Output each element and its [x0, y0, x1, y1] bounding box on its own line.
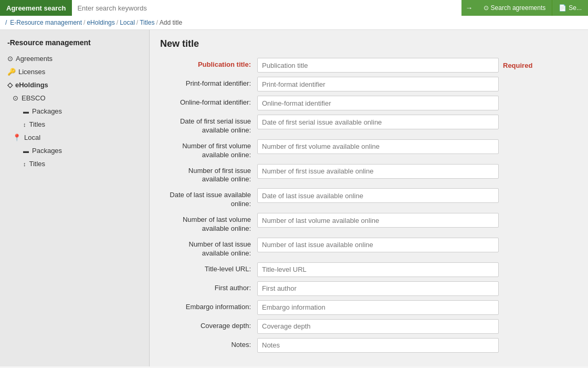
- input-wrap-publication-title: Required: [257, 58, 578, 73]
- input-wrap-first-issue: [257, 164, 578, 179]
- label-embargo: Embargo information:: [160, 300, 257, 312]
- page-title: New title: [160, 38, 578, 49]
- input-first-issue[interactable]: [257, 164, 499, 179]
- input-last-issue[interactable]: [257, 238, 499, 252]
- input-first-volume[interactable]: [257, 139, 499, 154]
- search-agreements-button[interactable]: ⊙ Search agreements: [477, 0, 552, 16]
- sidebar-item-ebsco-packages[interactable]: ▬ Packages: [0, 105, 149, 118]
- field-row-title-url: Title-level URL:: [160, 262, 578, 277]
- label-title-url: Title-level URL:: [160, 262, 257, 274]
- sidebar-item-local-titles[interactable]: ↕ Titles: [0, 157, 149, 170]
- breadcrumb-titles[interactable]: Titles: [140, 19, 154, 26]
- sidebar-title: -Resource management: [0, 35, 149, 52]
- form-container: Publication title: Required Print-format…: [160, 58, 578, 353]
- input-wrap-last-volume: [257, 213, 578, 228]
- field-row-notes: Notes:: [160, 338, 578, 353]
- input-embargo[interactable]: [257, 300, 499, 315]
- input-first-author[interactable]: [257, 281, 499, 296]
- label-notes: Notes:: [160, 338, 257, 350]
- label-date-first-serial: Date of first serial issue available onl…: [160, 115, 257, 135]
- content-area: New title Publication title: Required Pr…: [150, 30, 588, 366]
- main-layout: -Resource management ⊙ Agreements 🔑 Lice…: [0, 30, 588, 366]
- input-title-url[interactable]: [257, 262, 499, 277]
- input-date-first-serial[interactable]: [257, 115, 499, 129]
- field-row-embargo: Embargo information:: [160, 300, 578, 315]
- search-input[interactable]: [72, 0, 461, 16]
- input-publication-title[interactable]: [257, 58, 499, 73]
- clock-icon: ⊙: [484, 4, 489, 12]
- input-wrap-embargo: [257, 300, 578, 315]
- top-bar-actions: ⊙ Search agreements 📄 Se...: [477, 0, 588, 16]
- input-notes[interactable]: [257, 338, 499, 353]
- sidebar-item-local-packages[interactable]: ▬ Packages: [0, 144, 149, 157]
- input-wrap-print-format: [257, 77, 578, 91]
- field-row-publication-title: Publication title: Required: [160, 58, 578, 73]
- input-online-format[interactable]: [257, 96, 499, 110]
- input-wrap-date-first-serial: [257, 115, 578, 129]
- sidebar-item-agreements[interactable]: ⊙ Agreements: [0, 52, 149, 65]
- licenses-icon: 🔑: [7, 68, 16, 76]
- sidebar-item-licenses[interactable]: 🔑 Licenses: [0, 65, 149, 78]
- input-wrap-notes: [257, 338, 578, 353]
- label-publication-title: Publication title:: [160, 58, 257, 69]
- label-online-format: Online-format identifier:: [160, 96, 257, 107]
- app-brand[interactable]: Agreement search: [0, 0, 72, 16]
- search-submit-button[interactable]: →: [461, 0, 477, 16]
- input-date-last-issue[interactable]: [257, 188, 499, 203]
- input-wrap-first-volume: [257, 139, 578, 154]
- input-wrap-coverage-depth: [257, 319, 578, 334]
- local-packages-icon: ▬: [23, 148, 29, 154]
- breadcrumb: / E-Resource management / eHoldings / Lo…: [0, 16, 588, 30]
- label-date-last-issue: Date of last issue available online:: [160, 188, 257, 209]
- sidebar-item-ebsco-titles[interactable]: ↕ Titles: [0, 118, 149, 131]
- top-bar: Agreement search → ⊙ Search agreements 📄…: [0, 0, 588, 16]
- field-row-print-format: Print-format identifier:: [160, 77, 578, 91]
- label-first-volume: Number of first volume available online:: [160, 139, 257, 160]
- field-row-first-author: First author:: [160, 281, 578, 296]
- agreements-icon: ⊙: [7, 55, 13, 63]
- breadcrumb-current: Add title: [160, 19, 182, 26]
- label-last-issue: Number of last issue available online:: [160, 238, 257, 258]
- input-coverage-depth[interactable]: [257, 319, 499, 334]
- local-icon: 📍: [13, 134, 21, 141]
- breadcrumb-local[interactable]: Local: [120, 19, 135, 26]
- sidebar-item-eholdings[interactable]: ◇ eHoldings: [0, 78, 149, 91]
- doc-icon: 📄: [559, 4, 566, 12]
- input-print-format[interactable]: [257, 77, 499, 91]
- sidebar-group-local[interactable]: 📍 Local: [0, 131, 149, 144]
- sidebar-group-ebsco[interactable]: ⊙ EBSCO: [0, 91, 149, 105]
- label-coverage-depth: Coverage depth:: [160, 319, 257, 331]
- secondary-action-button[interactable]: 📄 Se...: [552, 0, 588, 16]
- eholdings-icon: ◇: [7, 81, 13, 89]
- input-wrap-title-url: [257, 262, 578, 277]
- label-last-volume: Number of last volume available online:: [160, 213, 257, 233]
- field-row-first-volume: Number of first volume available online:: [160, 139, 578, 160]
- input-wrap-online-format: [257, 96, 578, 110]
- packages-icon: ▬: [23, 108, 29, 115]
- field-row-last-issue: Number of last issue available online:: [160, 238, 578, 258]
- ebsco-icon: ⊙: [13, 94, 18, 102]
- field-row-date-last-issue: Date of last issue available online:: [160, 188, 578, 209]
- titles-sort-icon: ↕: [23, 121, 26, 128]
- required-indicator: Required: [503, 62, 532, 69]
- arrow-icon: →: [466, 4, 473, 12]
- local-titles-icon: ↕: [23, 161, 26, 167]
- search-bar: →: [72, 0, 477, 16]
- breadcrumb-eholdings[interactable]: eHoldings: [87, 19, 114, 26]
- field-row-first-issue: Number of first issue available online:: [160, 164, 578, 185]
- input-wrap-date-last-issue: [257, 188, 578, 203]
- input-wrap-last-issue: [257, 238, 578, 252]
- label-print-format: Print-format identifier:: [160, 77, 257, 88]
- sidebar: -Resource management ⊙ Agreements 🔑 Lice…: [0, 30, 150, 366]
- input-last-volume[interactable]: [257, 213, 499, 228]
- field-row-coverage-depth: Coverage depth:: [160, 319, 578, 334]
- label-first-issue: Number of first issue available online:: [160, 164, 257, 185]
- breadcrumb-root[interactable]: /: [5, 19, 7, 26]
- field-row-date-first-serial: Date of first serial issue available onl…: [160, 115, 578, 135]
- breadcrumb-eresource[interactable]: E-Resource management: [10, 19, 82, 26]
- field-row-last-volume: Number of last volume available online:: [160, 213, 578, 233]
- input-wrap-first-author: [257, 281, 578, 296]
- label-first-author: First author:: [160, 281, 257, 293]
- field-row-online-format: Online-format identifier:: [160, 96, 578, 110]
